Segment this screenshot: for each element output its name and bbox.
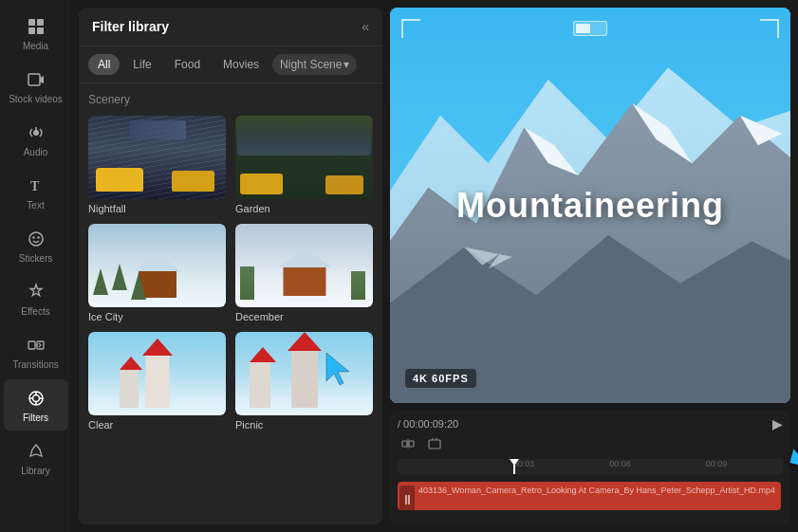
svg-point-13 bbox=[32, 395, 39, 402]
svg-marker-18 bbox=[30, 445, 42, 456]
filter-label-icecity: Ice City bbox=[88, 311, 226, 322]
tab-all[interactable]: All bbox=[88, 54, 120, 75]
svg-rect-3 bbox=[37, 28, 44, 34]
svg-rect-0 bbox=[28, 19, 35, 26]
filter-item-december[interactable]: December bbox=[235, 224, 373, 322]
stickers-icon bbox=[25, 228, 47, 250]
sidebar-item-library[interactable]: Library bbox=[4, 432, 68, 484]
corner-tl bbox=[401, 19, 420, 38]
sidebar-item-filters[interactable]: Filters bbox=[4, 379, 68, 431]
preview-badge: 4K 60FPS bbox=[405, 369, 476, 388]
ruler-mark-3: 00:09 bbox=[706, 459, 728, 468]
dropdown-label: Night Scene bbox=[280, 58, 342, 71]
filter-thumb-icecity bbox=[88, 224, 226, 307]
sidebar-item-audio[interactable]: Audio bbox=[4, 114, 68, 165]
tab-life[interactable]: Life bbox=[123, 54, 160, 75]
filter-label-nightfall: Nightfall bbox=[88, 203, 226, 214]
section-title-scenery: Scenery bbox=[88, 93, 373, 106]
filter-item-icecity[interactable]: Ice City bbox=[88, 224, 226, 322]
text-icon: T bbox=[25, 174, 47, 197]
svg-point-7 bbox=[29, 232, 43, 246]
timecode: / 00:00:09:20 bbox=[398, 418, 458, 430]
sidebar-item-label: Filters bbox=[23, 413, 48, 423]
sidebar-item-label: Media bbox=[23, 41, 48, 51]
sidebar-item-label: Library bbox=[21, 466, 50, 476]
svg-rect-21 bbox=[409, 441, 414, 447]
filter-label-garden: Garden bbox=[235, 203, 373, 214]
sidebar-item-label: Stock videos bbox=[9, 94, 63, 104]
media-icon bbox=[25, 15, 47, 38]
filter-tabs: All Life Food Movies Night Scene ▾ bbox=[79, 46, 382, 83]
svg-rect-20 bbox=[402, 441, 407, 447]
track-clip-label: 403136_Woman_Camera_Retro_Looking At Cam… bbox=[398, 482, 781, 499]
filter-item-garden[interactable]: Garden bbox=[235, 116, 373, 214]
svg-rect-1 bbox=[37, 19, 44, 26]
sidebar-item-stickers[interactable]: Stickers bbox=[4, 220, 68, 271]
transitions-icon bbox=[25, 334, 47, 357]
track-handle-left bbox=[399, 486, 415, 510]
filter-label-clear: Clear bbox=[88, 419, 226, 431]
filter-thumb-clear bbox=[88, 332, 226, 415]
sidebar: Media Stock videos Audio T Text bbox=[0, 0, 71, 532]
filter-item-picnic[interactable]: Picnic bbox=[235, 332, 373, 431]
sidebar-item-label: Transitions bbox=[12, 359, 59, 370]
sidebar-item-text[interactable]: T Text bbox=[4, 167, 68, 218]
timeline-ruler: 00:03 00:06 00:09 bbox=[398, 459, 783, 474]
library-icon bbox=[25, 440, 47, 463]
filter-grid: Nightfall Garden bbox=[88, 116, 373, 431]
sidebar-item-transitions[interactable]: Transitions bbox=[4, 326, 68, 377]
track-area: 403136_Woman_Camera_Retro_Looking At Cam… bbox=[398, 478, 783, 516]
timeline-controls: / 00:00:09:20 ▶ bbox=[398, 416, 783, 431]
filter-content: Scenery Nightfall bbox=[79, 83, 382, 524]
sidebar-item-effects[interactable]: Effects bbox=[4, 273, 68, 324]
stock-videos-icon bbox=[25, 68, 47, 91]
filter-item-nightfall[interactable]: Nightfall bbox=[88, 116, 226, 214]
filter-label-picnic: Picnic bbox=[235, 419, 373, 431]
sidebar-item-label: Effects bbox=[21, 306, 49, 317]
sidebar-item-label: Stickers bbox=[19, 253, 53, 264]
delete-button[interactable] bbox=[424, 435, 445, 455]
audio-icon bbox=[25, 121, 47, 144]
svg-rect-10 bbox=[28, 341, 35, 349]
sidebar-item-label: Text bbox=[27, 200, 44, 211]
timeline-toolbar bbox=[398, 435, 783, 455]
sidebar-item-media[interactable]: Media bbox=[4, 8, 68, 59]
preview-title: Mountaineering bbox=[456, 186, 724, 226]
sidebar-item-stock-videos[interactable]: Stock videos bbox=[4, 61, 68, 112]
filter-panel: Filter library « All Life Food Movies Ni… bbox=[79, 8, 382, 524]
svg-rect-23 bbox=[429, 440, 440, 449]
svg-text:T: T bbox=[30, 179, 40, 193]
preview-battery bbox=[573, 21, 607, 36]
playhead-triangle bbox=[510, 459, 519, 466]
tab-more-dropdown[interactable]: Night Scene ▾ bbox=[272, 54, 357, 75]
play-button[interactable]: ▶ bbox=[772, 416, 783, 431]
split-button[interactable] bbox=[398, 435, 418, 455]
sidebar-item-label: Audio bbox=[24, 147, 48, 157]
timeline-area: / 00:00:09:20 ▶ 00:03 00:06 bbox=[390, 411, 790, 524]
effects-icon bbox=[25, 281, 47, 303]
ruler-mark-2: 00:06 bbox=[609, 459, 631, 468]
filters-icon bbox=[25, 387, 47, 410]
svg-point-8 bbox=[32, 236, 34, 238]
tab-food[interactable]: Food bbox=[165, 54, 210, 75]
filter-thumb-garden bbox=[235, 116, 373, 199]
battery-fill bbox=[576, 24, 590, 33]
playhead bbox=[513, 459, 515, 474]
filter-label-december: December bbox=[235, 311, 373, 322]
filter-item-clear[interactable]: Clear bbox=[88, 332, 226, 431]
chevron-down-icon: ▾ bbox=[343, 58, 349, 71]
svg-point-9 bbox=[37, 236, 39, 238]
svg-rect-4 bbox=[28, 74, 40, 85]
tab-movies[interactable]: Movies bbox=[213, 54, 269, 75]
collapse-button[interactable]: « bbox=[362, 19, 369, 34]
track-clip[interactable]: 403136_Woman_Camera_Retro_Looking At Cam… bbox=[398, 482, 781, 510]
filter-thumb-picnic bbox=[235, 332, 373, 415]
right-area: Mountaineering 4K 60FPS / 00:00:09:20 ▶ bbox=[390, 0, 798, 532]
panel-title: Filter library bbox=[92, 19, 169, 34]
filter-thumb-december bbox=[235, 224, 373, 307]
corner-tr bbox=[760, 19, 779, 38]
filter-thumb-nightfall bbox=[88, 116, 226, 199]
preview-area: Mountaineering 4K 60FPS bbox=[390, 8, 790, 403]
panel-header: Filter library « bbox=[79, 8, 382, 46]
svg-rect-2 bbox=[28, 28, 35, 34]
